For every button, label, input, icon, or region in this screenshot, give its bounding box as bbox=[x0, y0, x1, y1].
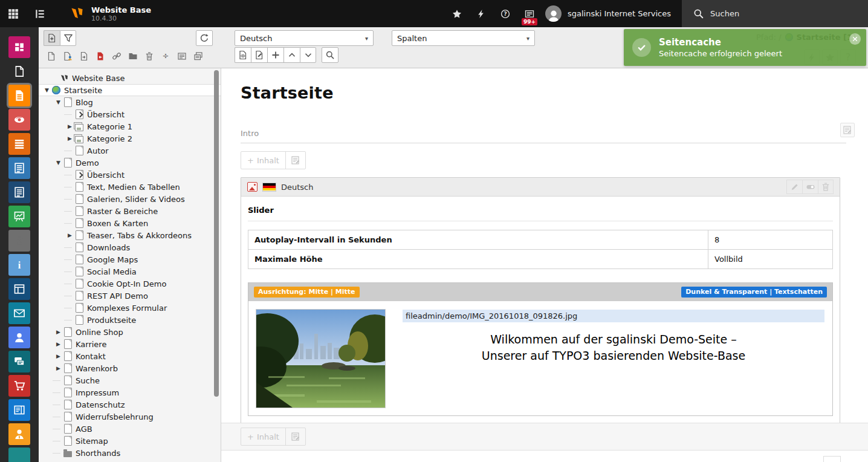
tree-item-widerrufsbelehrung[interactable]: Widerrufsbelehrung bbox=[39, 411, 221, 423]
tree-item-warenkorb[interactable]: ▶Warenkorb bbox=[39, 362, 221, 374]
record-icon[interactable] bbox=[177, 51, 187, 61]
search-content-button[interactable] bbox=[322, 47, 338, 63]
module-comments[interactable] bbox=[0, 350, 39, 374]
refresh-tree-button[interactable] bbox=[196, 30, 213, 46]
edit-element-button[interactable] bbox=[786, 180, 802, 194]
filter-button[interactable] bbox=[60, 30, 76, 46]
module-info[interactable] bbox=[0, 156, 39, 180]
tree-expander-icon[interactable]: ▼ bbox=[54, 157, 62, 169]
doc-arrow-icon[interactable] bbox=[79, 51, 89, 61]
module-reports[interactable] bbox=[0, 204, 39, 229]
view-webpage-button[interactable] bbox=[235, 47, 251, 63]
tree-item-blog[interactable]: ▼Blog bbox=[39, 96, 221, 108]
tree-expander-icon[interactable]: ▶ bbox=[54, 326, 62, 338]
module-backend-layout[interactable] bbox=[0, 277, 39, 301]
search-icon bbox=[693, 8, 704, 19]
tree-item-google-maps[interactable]: Google Maps bbox=[39, 253, 221, 265]
link-icon[interactable] bbox=[112, 51, 121, 61]
tree-item-datenschutz[interactable]: Datenschutz bbox=[39, 399, 221, 411]
records-icon[interactable] bbox=[193, 51, 203, 61]
tree-item-kontakt[interactable]: ▶Kontakt bbox=[39, 350, 221, 362]
new-page-button[interactable] bbox=[44, 30, 60, 46]
user-menu-button[interactable] bbox=[542, 0, 562, 27]
tree-item-karriere[interactable]: ▶Karriere bbox=[39, 338, 221, 350]
tree-expander-icon[interactable]: ▶ bbox=[54, 338, 62, 350]
tree-item-agb[interactable]: AGB bbox=[39, 423, 221, 435]
tree-expander-icon[interactable]: ▼ bbox=[43, 84, 51, 96]
tree-item-teaser-tabs-akkordeons[interactable]: ▶Teaser, Tabs & Akkordeons bbox=[39, 229, 221, 241]
tree-expander-icon[interactable]: ▶ bbox=[54, 362, 62, 374]
tree-item-demo[interactable]: ▼Demo bbox=[39, 157, 221, 169]
tree-expander-icon[interactable]: ▶ bbox=[66, 229, 74, 241]
view-mode-select[interactable]: Spalten▾ bbox=[392, 30, 535, 46]
new-content-button[interactable] bbox=[267, 47, 283, 63]
help-button[interactable]: ? bbox=[493, 0, 517, 27]
tree-item-website-base[interactable]: Website Base bbox=[39, 72, 221, 84]
module-partial[interactable] bbox=[0, 446, 39, 462]
doc-user-icon[interactable] bbox=[63, 51, 73, 61]
tree-item-social-media[interactable]: Social Media bbox=[39, 265, 221, 278]
global-search[interactable]: Suchen bbox=[682, 0, 868, 27]
tree-item-text-medien-tabellen[interactable]: Text, Medien & Tabellen bbox=[39, 181, 221, 193]
module-template[interactable] bbox=[0, 180, 39, 204]
tree-item-startseite[interactable]: ▼Startseite bbox=[39, 84, 221, 96]
toast-close-button[interactable] bbox=[849, 33, 861, 45]
tree-item-produktseite[interactable]: Produktseite bbox=[39, 314, 221, 326]
edit-column-button[interactable] bbox=[840, 123, 855, 137]
module-shop[interactable] bbox=[0, 374, 39, 398]
tree-item-autor[interactable]: Autor bbox=[39, 145, 221, 157]
tree-item-komplexes-formular[interactable]: Komplexes Formular bbox=[39, 302, 221, 314]
pagetree-toggle-button[interactable] bbox=[27, 0, 53, 27]
tree-scrollbar[interactable] bbox=[214, 70, 219, 397]
tree-item-impressum[interactable]: Impressum bbox=[39, 386, 221, 399]
bookmarks-button[interactable] bbox=[445, 0, 469, 27]
module-mail[interactable] bbox=[0, 301, 39, 325]
tree-expander-icon[interactable]: ▶ bbox=[66, 132, 74, 145]
doc-red-icon[interactable] bbox=[96, 51, 105, 61]
move-up-button[interactable] bbox=[283, 47, 300, 63]
tree-item-online-shop[interactable]: ▶Online Shop bbox=[39, 326, 221, 338]
module-recycler[interactable] bbox=[0, 229, 39, 253]
module-dashboard[interactable] bbox=[0, 35, 39, 59]
tree-expander-icon[interactable]: ▶ bbox=[54, 350, 62, 362]
folder-icon[interactable] bbox=[128, 51, 138, 61]
site-logo-area[interactable]: Website Base 10.4.30 bbox=[69, 5, 151, 22]
move-down-button[interactable] bbox=[300, 47, 316, 63]
language-select[interactable]: Deutsch▾ bbox=[235, 30, 374, 46]
tree-item-kategorie-2[interactable]: ▶Kategorie 2 bbox=[39, 132, 221, 145]
edit-page-properties-button[interactable] bbox=[251, 47, 267, 63]
doc-icon[interactable] bbox=[47, 51, 56, 61]
modules-menu-button[interactable] bbox=[0, 0, 27, 27]
add-content-bottom-button[interactable]: +Inhalt bbox=[241, 428, 306, 446]
tree-item-downloads[interactable]: Downloads bbox=[39, 241, 221, 253]
tree-item--bersicht[interactable]: Übersicht bbox=[39, 169, 221, 181]
trash-icon[interactable] bbox=[144, 51, 154, 61]
tree-item--bersicht[interactable]: Übersicht bbox=[39, 108, 221, 120]
module-users[interactable] bbox=[0, 325, 39, 350]
tree-expander-icon[interactable]: ▼ bbox=[54, 96, 62, 108]
module-hr[interactable] bbox=[0, 422, 39, 446]
module-news[interactable] bbox=[0, 398, 39, 422]
module-page-outline[interactable] bbox=[0, 59, 39, 83]
clear-cache-button[interactable] bbox=[469, 0, 493, 27]
tree-item-suche[interactable]: Suche bbox=[39, 374, 221, 386]
tree-item-raster-bereiche[interactable]: Raster & Bereiche bbox=[39, 205, 221, 217]
tree-item-cookie-opt-in-demo[interactable]: Cookie Opt-In Demo bbox=[39, 278, 221, 290]
module-page[interactable] bbox=[0, 83, 39, 108]
divider-icon[interactable]: ÷ bbox=[161, 51, 170, 61]
tree-item-shorthands[interactable]: Shorthands bbox=[39, 447, 221, 459]
delete-element-button[interactable] bbox=[818, 180, 834, 194]
content-element-slider[interactable]: Deutsch Slider Autoplay-Intervall in Sek… bbox=[241, 177, 840, 428]
tree-item-galerien-slider-videos[interactable]: Galerien, Slider & Videos bbox=[39, 193, 221, 205]
module-list[interactable] bbox=[0, 132, 39, 156]
tree-item-boxen-karten[interactable]: Boxen & Karten bbox=[39, 217, 221, 229]
tree-item-sitemap[interactable]: Sitemap bbox=[39, 435, 221, 447]
toggle-visibility-button[interactable] bbox=[802, 180, 818, 194]
tree-item-rest-api-demo[interactable]: REST API Demo bbox=[39, 290, 221, 302]
system-information-button[interactable]: 99+ bbox=[517, 0, 542, 27]
module-infobox[interactable]: i bbox=[0, 253, 39, 277]
tree-expander-icon[interactable]: ▶ bbox=[66, 120, 74, 132]
add-content-top-button[interactable]: +Inhalt bbox=[241, 151, 306, 169]
tree-item-kategorie-1[interactable]: ▶Kategorie 1 bbox=[39, 120, 221, 132]
module-view[interactable] bbox=[0, 108, 39, 132]
